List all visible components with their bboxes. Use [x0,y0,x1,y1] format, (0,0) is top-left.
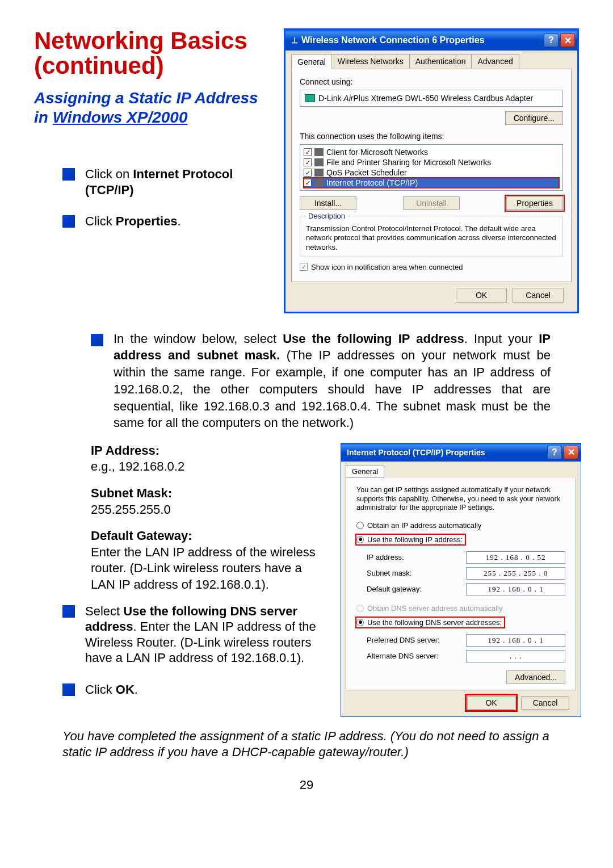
service-icon [314,158,324,166]
items-label: This connection uses the following items… [300,132,563,141]
ip-address-def: IP Address: e.g., 192.168.0.2 [91,443,329,475]
subnet-mask-def: Subnet Mask: 255.255.255.0 [91,485,329,518]
radio-icon [356,605,364,612]
middle-bullet: In the window below, select Use the foll… [91,330,551,431]
tab-general[interactable]: General [346,465,384,478]
subnet-mask-label: Subnet mask: [367,569,466,577]
list-item[interactable]: ✓File and Printer Sharing for Microsoft … [304,157,559,167]
checkbox-icon[interactable]: ✓ [304,179,312,187]
radio-obtain-dns-auto: Obtain DNS server address automatically [356,603,565,613]
tabs: General Wireless Networks Authentication… [291,54,572,69]
sub-heading: Assigning a Static IP Address in Windows… [34,89,272,127]
dialog-title: Wireless Network Connection 6 Properties [301,35,542,45]
ip-address-input[interactable]: 192 . 168 . 0 . 52 [466,551,565,564]
show-icon-checkbox-row[interactable]: ✓ Show icon in notification area when co… [300,263,563,271]
radio-icon [356,522,364,529]
radio-use-following-ip[interactable]: Use the following IP address: [356,535,465,544]
tab-general[interactable]: General [291,54,332,69]
service-icon [314,169,324,177]
show-icon-label: Show icon in notification area when conn… [311,263,463,271]
dialog2-intro: You can get IP settings assigned automat… [356,486,565,513]
protocol-icon [314,179,324,187]
subheading-line1: Assigning a Static IP Address [34,89,258,107]
tab-advanced[interactable]: Advanced [471,54,519,69]
middle-bullet-text: In the window below, select Use the foll… [114,330,551,431]
radio-use-following-dns[interactable]: Use the following DNS server addresses: [356,618,504,627]
lower-bullet: Click OK. [62,682,329,698]
dialog2-title-bar: Internet Protocol (TCP/IP) Properties ? … [341,443,581,462]
client-icon [314,148,324,156]
gateway-label: Default gateway: [367,585,466,593]
uninstall-button: Uninstall [403,196,460,210]
gateway-def: Default Gateway: Enter the LAN IP addres… [91,528,329,593]
bullet-square-icon [62,684,75,696]
radio-obtain-ip-auto[interactable]: Obtain an IP address automatically [356,521,565,530]
adapter-icon [305,94,315,102]
network-icon: ⊥ [291,36,298,45]
preferred-dns-input[interactable]: 192 . 168 . 0 . 1 [466,634,565,647]
tab-authentication[interactable]: Authentication [409,54,472,69]
close-button[interactable]: ✕ [564,446,578,459]
bullet-square-icon [62,605,75,618]
subheading-line2-underlined: Windows XP/2000 [53,108,188,126]
tab-wireless-networks[interactable]: Wireless Networks [331,54,410,69]
preferred-dns-label: Preferred DNS server: [367,636,466,644]
tcpip-properties-dialog: Internet Protocol (TCP/IP) Properties ? … [341,443,581,717]
page-number: 29 [34,778,579,792]
help-button[interactable]: ? [544,33,559,47]
adapter-field[interactable]: D-Link AirPlus XtremeG DWL-650 Wireless … [300,90,563,107]
subheading-line2-prefix: in [34,108,53,126]
dialog2-title: Internet Protocol (TCP/IP) Properties [347,448,545,457]
description-legend: Description [306,212,347,220]
checkbox-icon[interactable]: ✓ [304,158,312,166]
bullet-item: Click Properties. [62,213,272,229]
description-text: Transmission Control Protocol/Internet P… [306,224,557,252]
properties-button[interactable]: Properties [506,196,563,210]
subnet-mask-input[interactable]: 255 . 255 . 255 . 0 [466,567,565,580]
ok-button[interactable]: OK [467,696,515,710]
lower-bullet: Select Use the following DNS server addr… [62,603,329,666]
radio-icon [356,619,364,626]
configure-button[interactable]: Configure... [505,111,563,125]
list-item[interactable]: ✓Client for Microsoft Networks [304,147,559,157]
alternate-dns-input[interactable]: . . . [466,650,565,662]
adapter-name: D-Link AirPlus XtremeG DWL-650 Wireless … [318,94,533,103]
checkbox-icon[interactable]: ✓ [304,148,312,156]
ip-address-label: IP address: [367,553,466,561]
bullet-item: Click on Internet Protocol (TCP/IP) [62,166,272,198]
main-heading: Networking Basics (continued) [34,28,272,78]
ok-button[interactable]: OK [456,288,507,303]
description-group: Description Transmission Control Protoco… [300,216,563,257]
bullet-square-icon [91,334,103,346]
install-button[interactable]: Install... [300,196,356,210]
checkbox-icon[interactable]: ✓ [304,169,312,177]
alternate-dns-label: Alternate DNS server: [367,652,466,660]
cancel-button[interactable]: Cancel [513,288,564,303]
advanced-button[interactable]: Advanced... [506,670,565,684]
gateway-input[interactable]: 192 . 168 . 0 . 1 [466,583,565,596]
help-button[interactable]: ? [547,446,562,459]
close-button[interactable]: ✕ [560,33,575,47]
bullet-square-icon [62,215,75,228]
list-item[interactable]: ✓QoS Packet Scheduler [304,167,559,178]
radio-icon [356,536,364,543]
checkbox-icon[interactable]: ✓ [300,263,308,271]
dialog-title-bar: ⊥ Wireless Network Connection 6 Properti… [285,30,577,51]
connection-properties-dialog: ⊥ Wireless Network Connection 6 Properti… [284,28,579,313]
connect-using-label: Connect using: [300,77,563,86]
connection-items-list[interactable]: ✓Client for Microsoft Networks ✓File and… [300,144,563,191]
bullet-square-icon [62,168,75,181]
cancel-button[interactable]: Cancel [521,696,569,710]
closing-note: You have completed the assignment of a s… [62,728,551,761]
list-item-tcpip[interactable]: ✓Internet Protocol (TCP/IP) [304,178,559,188]
left-bullets: Click on Internet Protocol (TCP/IP) Clic… [62,166,272,229]
